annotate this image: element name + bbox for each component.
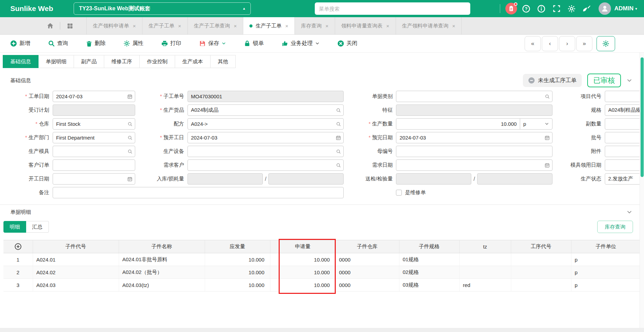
product-input[interactable]: [187, 104, 344, 116]
order-date-input[interactable]: [53, 91, 135, 102]
close-icon[interactable]: ×: [234, 23, 237, 29]
cell-component-code[interactable]: A024.03: [33, 279, 119, 291]
tab-stock-query[interactable]: 库存查询×: [295, 17, 335, 34]
info-icon[interactable]: [534, 0, 549, 17]
settings-icon[interactable]: [564, 0, 579, 17]
cell-tz[interactable]: red: [459, 279, 511, 291]
calendar-icon[interactable]: [545, 135, 550, 140]
close-icon[interactable]: ×: [133, 23, 136, 29]
demand-cust-input[interactable]: [187, 159, 344, 171]
close-icon[interactable]: ×: [178, 23, 181, 29]
cell-process-code[interactable]: [511, 266, 571, 279]
save-button[interactable]: 保存: [199, 40, 226, 47]
close-icon[interactable]: ×: [386, 23, 389, 29]
tab-production-sub-order-1[interactable]: 生产子工单×: [142, 17, 188, 34]
last-record-button[interactable]: »: [576, 36, 592, 51]
cell-request-qty[interactable]: 10.000: [270, 253, 335, 266]
cell-process-code[interactable]: [511, 279, 571, 291]
scrollbar-thumb[interactable]: [641, 57, 644, 177]
properties-button[interactable]: 属性: [124, 40, 143, 47]
tab-repair-process[interactable]: 维修工序: [104, 55, 140, 68]
tab-production-picking-request[interactable]: 生产领料申请单×: [86, 17, 142, 34]
cell-component-code[interactable]: A024.01: [33, 253, 119, 266]
cust-order-input[interactable]: [53, 159, 135, 171]
search-icon[interactable]: [336, 108, 341, 113]
cell-component-warehouse[interactable]: 0000: [335, 279, 399, 291]
calendar-icon[interactable]: [127, 176, 132, 181]
close-icon[interactable]: ×: [325, 23, 329, 29]
help-icon[interactable]: [519, 0, 534, 17]
prev-record-button[interactable]: ‹: [542, 36, 558, 51]
detail-view-button[interactable]: 明细: [3, 221, 26, 233]
demand-date-input[interactable]: [396, 159, 552, 171]
home-icon[interactable]: [41, 17, 60, 34]
new-button[interactable]: 新增: [10, 40, 30, 47]
tab-document-detail[interactable]: 单据明细: [39, 55, 74, 68]
account-set-select[interactable]: TY23-SunLike Web测试账套 ▲: [74, 2, 251, 15]
tab-production-cost[interactable]: 生产成本: [175, 55, 211, 68]
mould-input[interactable]: [53, 146, 135, 157]
add-row-header[interactable]: [3, 240, 33, 253]
cell-component-name[interactable]: A024.03(tz): [119, 279, 205, 291]
menu-search-input[interactable]: [315, 2, 470, 15]
first-record-button[interactable]: «: [525, 36, 541, 51]
cell-due-qty[interactable]: 10.000: [205, 266, 270, 279]
lock-order-button[interactable]: 锁单: [244, 40, 264, 47]
search-icon[interactable]: [128, 122, 132, 126]
search-icon[interactable]: [128, 135, 132, 140]
query-button[interactable]: 查询: [48, 40, 68, 47]
plan-start-input[interactable]: [187, 132, 344, 143]
search-icon[interactable]: [336, 149, 341, 154]
tab-byproduct[interactable]: 副产品: [74, 55, 104, 68]
calendar-icon[interactable]: [545, 163, 550, 168]
cell-component-name[interactable]: A024.01非批号原料: [119, 253, 205, 266]
tab-picking-request-qty-report[interactable]: 领料申请量查询表×: [335, 17, 396, 34]
doc-type-input[interactable]: [396, 91, 552, 102]
business-process-button[interactable]: 业务处理: [282, 40, 320, 47]
print-button[interactable]: 打印: [161, 40, 181, 47]
tab-production-sub-order-query-1[interactable]: 生产子工单查询×: [188, 17, 244, 34]
cell-component-unit[interactable]: p: [571, 266, 641, 279]
tab-grid-icon[interactable]: [60, 17, 79, 34]
batch-input[interactable]: [605, 132, 644, 143]
close-button[interactable]: 关闭: [337, 40, 357, 47]
dept-input[interactable]: [53, 132, 135, 143]
delete-button[interactable]: 删除: [86, 40, 106, 47]
cell-request-qty[interactable]: 10.000: [270, 266, 335, 279]
plan-end-input[interactable]: [396, 132, 552, 143]
tab-other[interactable]: 其他: [211, 55, 236, 68]
tab-production-picking-request-query[interactable]: 生产领料申请单查询×: [396, 17, 462, 34]
cell-due-qty[interactable]: 10.000: [205, 279, 270, 291]
cell-request-qty[interactable]: 10.000: [270, 279, 335, 291]
cell-component-spec[interactable]: 03规格: [399, 279, 459, 291]
user-menu[interactable]: ADMIN ▾: [614, 5, 637, 12]
search-icon[interactable]: [545, 94, 550, 99]
cell-component-code[interactable]: A024.02: [33, 266, 119, 279]
cell-tz[interactable]: [459, 266, 511, 279]
attachment-input[interactable]: [605, 146, 644, 157]
cell-component-warehouse[interactable]: 0000: [335, 253, 399, 266]
formula-input[interactable]: [187, 118, 344, 130]
calendar-icon[interactable]: [127, 94, 132, 99]
search-icon[interactable]: [336, 163, 341, 168]
clear-cache-broom-icon[interactable]: [579, 0, 594, 17]
collapse-section-icon[interactable]: [626, 78, 632, 84]
prod-qty-input[interactable]: [396, 118, 520, 130]
next-record-button[interactable]: ›: [559, 36, 575, 51]
summary-view-button[interactable]: 汇总: [26, 221, 49, 233]
prod-status-select[interactable]: 2.发放生产: [605, 173, 644, 185]
cell-process-code[interactable]: [511, 253, 571, 266]
unit-select[interactable]: p: [520, 118, 552, 130]
collapse-section-icon[interactable]: [626, 209, 632, 215]
close-icon[interactable]: ×: [452, 23, 455, 29]
close-icon[interactable]: ×: [285, 23, 288, 29]
cell-tz[interactable]: [459, 253, 511, 266]
calendar-icon[interactable]: [336, 135, 341, 140]
cell-component-spec[interactable]: 02规格: [399, 266, 459, 279]
grid-settings-button[interactable]: [597, 36, 615, 51]
remark-input[interactable]: [53, 187, 344, 198]
user-avatar[interactable]: [599, 2, 611, 15]
fullscreen-icon[interactable]: [549, 0, 564, 17]
tab-job-control[interactable]: 作业控制: [140, 55, 175, 68]
vertical-scrollbar[interactable]: [640, 53, 644, 328]
